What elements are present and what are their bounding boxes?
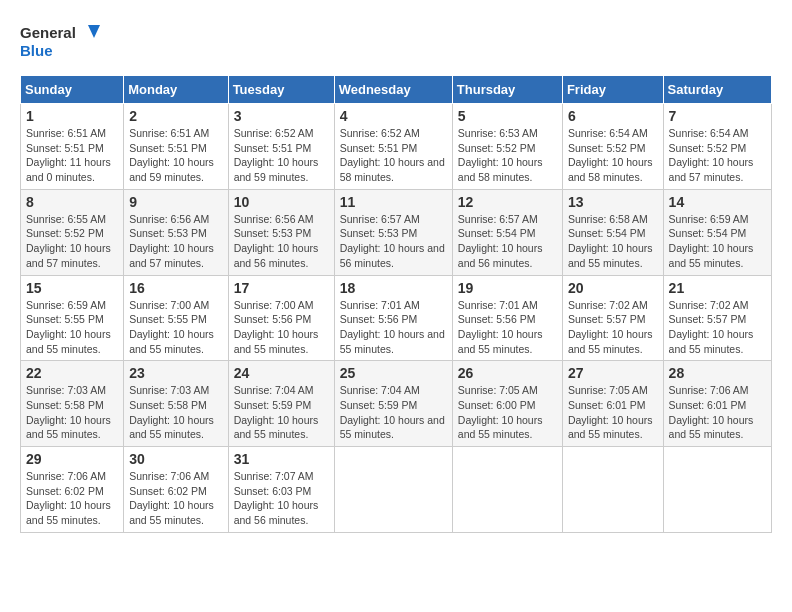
day-info: Sunrise: 6:59 AMSunset: 5:54 PMDaylight:… — [669, 213, 754, 269]
weekday-header: Monday — [124, 76, 228, 104]
day-info: Sunrise: 7:06 AMSunset: 6:01 PMDaylight:… — [669, 384, 754, 440]
weekday-header: Wednesday — [334, 76, 452, 104]
day-info: Sunrise: 6:51 AMSunset: 5:51 PMDaylight:… — [129, 127, 214, 183]
day-number: 9 — [129, 194, 222, 210]
day-info: Sunrise: 7:07 AMSunset: 6:03 PMDaylight:… — [234, 470, 319, 526]
calendar-cell — [452, 447, 562, 533]
calendar-table: SundayMondayTuesdayWednesdayThursdayFrid… — [20, 75, 772, 533]
calendar-cell: 23 Sunrise: 7:03 AMSunset: 5:58 PMDaylig… — [124, 361, 228, 447]
day-number: 19 — [458, 280, 557, 296]
calendar-week-row: 22 Sunrise: 7:03 AMSunset: 5:58 PMDaylig… — [21, 361, 772, 447]
day-info: Sunrise: 6:57 AMSunset: 5:54 PMDaylight:… — [458, 213, 543, 269]
calendar-cell: 5 Sunrise: 6:53 AMSunset: 5:52 PMDayligh… — [452, 104, 562, 190]
day-number: 24 — [234, 365, 329, 381]
weekday-header: Thursday — [452, 76, 562, 104]
day-info: Sunrise: 7:04 AMSunset: 5:59 PMDaylight:… — [234, 384, 319, 440]
calendar-cell: 1 Sunrise: 6:51 AMSunset: 5:51 PMDayligh… — [21, 104, 124, 190]
day-number: 1 — [26, 108, 118, 124]
calendar-cell — [562, 447, 663, 533]
weekday-header: Saturday — [663, 76, 771, 104]
day-number: 12 — [458, 194, 557, 210]
calendar-cell: 7 Sunrise: 6:54 AMSunset: 5:52 PMDayligh… — [663, 104, 771, 190]
day-number: 31 — [234, 451, 329, 467]
calendar-week-row: 8 Sunrise: 6:55 AMSunset: 5:52 PMDayligh… — [21, 189, 772, 275]
header: General Blue — [20, 20, 772, 65]
weekday-header: Tuesday — [228, 76, 334, 104]
calendar-cell: 20 Sunrise: 7:02 AMSunset: 5:57 PMDaylig… — [562, 275, 663, 361]
calendar-cell: 17 Sunrise: 7:00 AMSunset: 5:56 PMDaylig… — [228, 275, 334, 361]
calendar-cell: 30 Sunrise: 7:06 AMSunset: 6:02 PMDaylig… — [124, 447, 228, 533]
day-info: Sunrise: 6:52 AMSunset: 5:51 PMDaylight:… — [234, 127, 319, 183]
day-info: Sunrise: 6:54 AMSunset: 5:52 PMDaylight:… — [568, 127, 653, 183]
day-number: 5 — [458, 108, 557, 124]
calendar-cell — [663, 447, 771, 533]
calendar-cell: 18 Sunrise: 7:01 AMSunset: 5:56 PMDaylig… — [334, 275, 452, 361]
calendar-cell: 31 Sunrise: 7:07 AMSunset: 6:03 PMDaylig… — [228, 447, 334, 533]
day-number: 22 — [26, 365, 118, 381]
day-info: Sunrise: 6:53 AMSunset: 5:52 PMDaylight:… — [458, 127, 543, 183]
day-info: Sunrise: 7:01 AMSunset: 5:56 PMDaylight:… — [458, 299, 543, 355]
day-number: 21 — [669, 280, 766, 296]
calendar-cell: 2 Sunrise: 6:51 AMSunset: 5:51 PMDayligh… — [124, 104, 228, 190]
day-number: 11 — [340, 194, 447, 210]
day-number: 10 — [234, 194, 329, 210]
calendar-cell: 28 Sunrise: 7:06 AMSunset: 6:01 PMDaylig… — [663, 361, 771, 447]
weekday-header: Friday — [562, 76, 663, 104]
day-number: 29 — [26, 451, 118, 467]
day-info: Sunrise: 6:55 AMSunset: 5:52 PMDaylight:… — [26, 213, 111, 269]
calendar-cell: 24 Sunrise: 7:04 AMSunset: 5:59 PMDaylig… — [228, 361, 334, 447]
calendar-week-row: 15 Sunrise: 6:59 AMSunset: 5:55 PMDaylig… — [21, 275, 772, 361]
calendar-cell: 9 Sunrise: 6:56 AMSunset: 5:53 PMDayligh… — [124, 189, 228, 275]
day-info: Sunrise: 7:01 AMSunset: 5:56 PMDaylight:… — [340, 299, 445, 355]
day-number: 4 — [340, 108, 447, 124]
day-number: 17 — [234, 280, 329, 296]
day-number: 30 — [129, 451, 222, 467]
day-number: 25 — [340, 365, 447, 381]
day-info: Sunrise: 7:05 AMSunset: 6:01 PMDaylight:… — [568, 384, 653, 440]
svg-text:General: General — [20, 24, 76, 41]
calendar-cell: 12 Sunrise: 6:57 AMSunset: 5:54 PMDaylig… — [452, 189, 562, 275]
calendar-cell: 13 Sunrise: 6:58 AMSunset: 5:54 PMDaylig… — [562, 189, 663, 275]
day-info: Sunrise: 7:03 AMSunset: 5:58 PMDaylight:… — [129, 384, 214, 440]
day-info: Sunrise: 7:02 AMSunset: 5:57 PMDaylight:… — [568, 299, 653, 355]
day-number: 26 — [458, 365, 557, 381]
day-number: 2 — [129, 108, 222, 124]
calendar-cell: 27 Sunrise: 7:05 AMSunset: 6:01 PMDaylig… — [562, 361, 663, 447]
calendar-cell: 6 Sunrise: 6:54 AMSunset: 5:52 PMDayligh… — [562, 104, 663, 190]
calendar-cell: 4 Sunrise: 6:52 AMSunset: 5:51 PMDayligh… — [334, 104, 452, 190]
day-number: 23 — [129, 365, 222, 381]
calendar-cell: 29 Sunrise: 7:06 AMSunset: 6:02 PMDaylig… — [21, 447, 124, 533]
day-info: Sunrise: 7:05 AMSunset: 6:00 PMDaylight:… — [458, 384, 543, 440]
svg-text:Blue: Blue — [20, 42, 53, 59]
day-info: Sunrise: 7:00 AMSunset: 5:55 PMDaylight:… — [129, 299, 214, 355]
logo: General Blue — [20, 20, 100, 65]
day-info: Sunrise: 6:52 AMSunset: 5:51 PMDaylight:… — [340, 127, 445, 183]
day-number: 3 — [234, 108, 329, 124]
day-number: 28 — [669, 365, 766, 381]
day-info: Sunrise: 6:54 AMSunset: 5:52 PMDaylight:… — [669, 127, 754, 183]
calendar-cell: 21 Sunrise: 7:02 AMSunset: 5:57 PMDaylig… — [663, 275, 771, 361]
day-info: Sunrise: 6:56 AMSunset: 5:53 PMDaylight:… — [234, 213, 319, 269]
day-number: 15 — [26, 280, 118, 296]
weekday-header: Sunday — [21, 76, 124, 104]
logo-graphic: General Blue — [20, 20, 100, 65]
day-number: 14 — [669, 194, 766, 210]
day-number: 6 — [568, 108, 658, 124]
calendar-cell: 8 Sunrise: 6:55 AMSunset: 5:52 PMDayligh… — [21, 189, 124, 275]
day-number: 18 — [340, 280, 447, 296]
day-number: 7 — [669, 108, 766, 124]
day-info: Sunrise: 7:00 AMSunset: 5:56 PMDaylight:… — [234, 299, 319, 355]
calendar-week-row: 29 Sunrise: 7:06 AMSunset: 6:02 PMDaylig… — [21, 447, 772, 533]
calendar-cell: 11 Sunrise: 6:57 AMSunset: 5:53 PMDaylig… — [334, 189, 452, 275]
svg-marker-2 — [88, 25, 100, 38]
day-info: Sunrise: 7:03 AMSunset: 5:58 PMDaylight:… — [26, 384, 111, 440]
calendar-cell: 15 Sunrise: 6:59 AMSunset: 5:55 PMDaylig… — [21, 275, 124, 361]
calendar-cell: 10 Sunrise: 6:56 AMSunset: 5:53 PMDaylig… — [228, 189, 334, 275]
day-number: 8 — [26, 194, 118, 210]
calendar-cell: 26 Sunrise: 7:05 AMSunset: 6:00 PMDaylig… — [452, 361, 562, 447]
calendar-cell — [334, 447, 452, 533]
day-info: Sunrise: 6:56 AMSunset: 5:53 PMDaylight:… — [129, 213, 214, 269]
day-info: Sunrise: 6:57 AMSunset: 5:53 PMDaylight:… — [340, 213, 445, 269]
day-info: Sunrise: 7:06 AMSunset: 6:02 PMDaylight:… — [26, 470, 111, 526]
calendar-cell: 25 Sunrise: 7:04 AMSunset: 5:59 PMDaylig… — [334, 361, 452, 447]
